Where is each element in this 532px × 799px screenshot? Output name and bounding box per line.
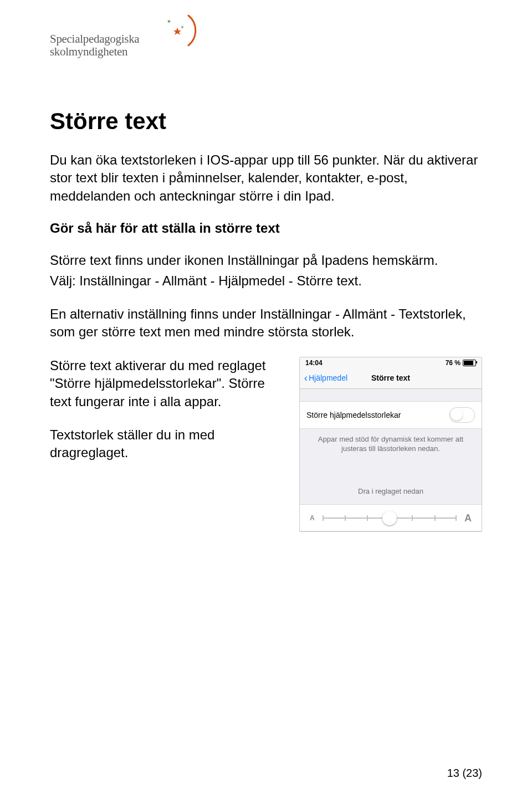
agency-logo: Specialpedagogiska skolmyndigheten (50, 14, 482, 69)
body-paragraph: Välj: Inställningar - Allmänt - Hjälpmed… (50, 272, 482, 290)
slider-max-label: A (464, 513, 472, 524)
settings-row-label: Större hjälpmedelsstorlekar (306, 411, 401, 419)
body-paragraph: En alternativ inställning finns under In… (50, 305, 482, 341)
ios-navbar: ‹ Hjälpmedel Större text (300, 368, 482, 389)
battery-icon (463, 360, 476, 366)
svg-marker-1 (167, 19, 171, 23)
toggle-switch[interactable] (449, 407, 475, 423)
page-title: Större text (50, 108, 482, 135)
page-number: 13 (23) (447, 767, 482, 780)
starburst-icon (158, 11, 197, 50)
body-paragraph: Större text finns under ikonen Inställni… (50, 252, 482, 269)
settings-row-larger-sizes[interactable]: Större hjälpmedelsstorlekar (300, 401, 482, 429)
slider-min-label: A (310, 514, 315, 522)
agency-name-line1: Specialpedagogiska (50, 32, 139, 45)
svg-marker-2 (181, 25, 184, 29)
body-paragraph: Större text aktiverar du med reglaget "S… (50, 357, 286, 411)
intro-paragraph: Du kan öka textstorleken i IOS-appar upp… (50, 151, 482, 205)
status-battery: 76 % (446, 359, 476, 367)
back-button[interactable]: ‹ Hjälpmedel (304, 373, 347, 383)
ios-statusbar: 14:04 76 % (300, 357, 482, 368)
slider-hint: Dra i reglaget nedan (300, 470, 482, 504)
chevron-left-icon: ‹ (304, 373, 308, 383)
slider-knob[interactable] (382, 511, 397, 525)
body-paragraph: Textstorlek ställer du in med dragreglag… (50, 426, 286, 462)
agency-name: Specialpedagogiska skolmyndigheten (50, 33, 139, 58)
battery-percent: 76 % (446, 359, 461, 367)
svg-marker-0 (173, 28, 181, 35)
ios-settings-screenshot: 14:04 76 % ‹ Hjälpmedel Större text Stör… (299, 357, 482, 532)
agency-name-line2: skolmyndigheten (50, 45, 127, 58)
back-label: Hjälpmedel (309, 373, 347, 382)
text-size-slider[interactable] (323, 513, 457, 523)
status-time: 14:04 (305, 359, 323, 367)
settings-caption: Appar med stöd för dynamisk text kommer … (300, 429, 482, 470)
section-heading: Gör så här för att ställa in större text (50, 221, 482, 236)
text-size-slider-row: A A (300, 504, 482, 531)
